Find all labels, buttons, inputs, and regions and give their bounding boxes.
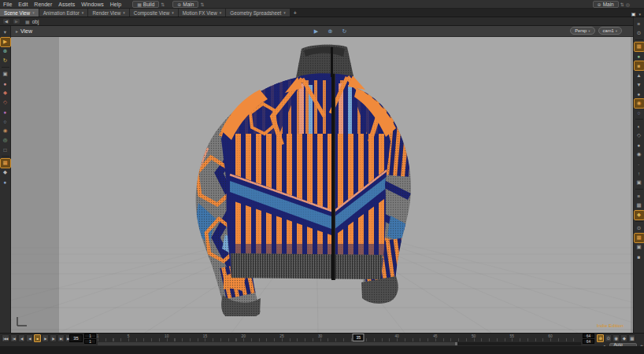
back-icon[interactable]: ◀	[2, 18, 10, 24]
menu-assets[interactable]: Assets	[55, 0, 78, 9]
global-start-field[interactable]: 1	[84, 334, 96, 338]
chevron-down-icon: ▾	[588, 29, 590, 33]
group-list-icon[interactable]: ≡	[635, 192, 644, 201]
prev-keyframe-button[interactable]: |◀	[10, 334, 17, 342]
snap-prim-icon[interactable]: ◇	[1, 98, 10, 107]
rotate-tool-icon[interactable]: ↻	[1, 57, 10, 65]
material-palette-icon[interactable]: ◆	[635, 211, 644, 219]
anim-options-icon[interactable]: ▦	[628, 334, 635, 342]
tick-label: 40	[394, 334, 398, 338]
performance-monitor-icon[interactable]: ◉	[613, 334, 620, 342]
persp-view-button[interactable]: Persp ▾	[570, 27, 594, 35]
select-geometry-icon[interactable]: ⊕	[326, 27, 335, 35]
radial-menu-icon[interactable]: ◎	[626, 2, 630, 7]
pane-collapse-icon[interactable]: ▾	[1, 28, 10, 37]
lasso-select-icon[interactable]: ○	[1, 117, 10, 126]
jump-parent-icon[interactable]: ▲	[635, 71, 644, 79]
render-flag-icon[interactable]: ○	[635, 109, 644, 117]
menu-file[interactable]: File	[0, 0, 15, 9]
smooth-shade-icon[interactable]: ●	[635, 141, 644, 149]
view-info-icon[interactable]: ⊙	[635, 224, 644, 233]
playback-range-bar[interactable]	[98, 342, 581, 345]
stop-button[interactable]: ■	[34, 334, 41, 342]
isolate-icon[interactable]: □	[1, 146, 10, 154]
jacket-3d-model[interactable]	[184, 41, 444, 316]
select-tool-icon[interactable]: ▶	[1, 38, 10, 46]
keyframe-options-icon[interactable]: ◆	[620, 334, 627, 342]
translate-tool-icon[interactable]: ⊕	[1, 47, 10, 56]
objects-shelf-icon[interactable]: ▦	[635, 42, 644, 51]
menu-render[interactable]: Render	[31, 0, 55, 9]
play-button[interactable]: ▶	[42, 334, 49, 342]
playback-options-icon[interactable]: ⊙	[605, 334, 612, 342]
lock-shelf-icon[interactable]: ■	[635, 61, 644, 70]
geometry-shelf-icon[interactable]: ●	[635, 52, 644, 61]
scene-viewport[interactable]: Indie Edition	[11, 37, 633, 333]
main-desktop-selector[interactable]: ⊕ Main	[593, 1, 619, 8]
tab-motion-fx-view[interactable]: Motion FX View▾	[179, 9, 227, 17]
desktop-selector-stepper-icon[interactable]: ⇅	[620, 2, 624, 7]
select-objects-icon[interactable]: ▶	[312, 27, 320, 35]
desktop-stepper-icon[interactable]: ⇅	[161, 2, 165, 7]
show-handles-icon[interactable]: ↻	[340, 27, 349, 35]
wireframe-toggle-icon[interactable]: ◇	[635, 131, 644, 140]
goto-start-button[interactable]: |◀◀	[2, 334, 9, 342]
pose-tool-icon[interactable]: ●	[1, 79, 10, 88]
snapshot-icon[interactable]: ▣	[635, 243, 644, 252]
menu-help[interactable]: Help	[107, 0, 124, 9]
network-path[interactable]: obj	[32, 19, 39, 24]
prev-frame-button[interactable]: ◀	[26, 334, 33, 342]
current-frame-field[interactable]: 35	[69, 334, 83, 342]
pane-menu-icon[interactable]: ≡	[635, 20, 644, 28]
camera-view-icon[interactable]: ▣	[635, 179, 644, 187]
tab-composite-view[interactable]: Composite View▾	[130, 9, 179, 17]
timeline-ruler[interactable]: 35 1510152025304045505560	[98, 334, 581, 341]
tab-animation-editor[interactable]: Animation Editor▾	[39, 9, 89, 17]
new-pane-tab-button[interactable]: +	[291, 9, 300, 17]
template-flag-icon[interactable]: ◆	[1, 168, 10, 177]
camera-select-button[interactable]: cam1 ▾	[598, 27, 622, 35]
snap-point-icon[interactable]: ●	[1, 108, 10, 116]
pane-maximize-icon[interactable]: ▣	[631, 11, 636, 17]
forward-icon[interactable]: ▶	[13, 18, 20, 24]
help-icon[interactable]: ⊙	[635, 29, 644, 38]
tab-geometry-spreadsheet[interactable]: Geometry Spreadsheet▾	[226, 9, 291, 17]
lighting-toggle-icon[interactable]: ◉	[635, 150, 644, 159]
snap-grid-icon[interactable]: ◆	[1, 89, 10, 98]
next-keyframe-button[interactable]: ▶|	[57, 334, 65, 342]
normals-display-icon[interactable]: ↑	[635, 169, 644, 178]
visibility-icon[interactable]: ◎	[1, 136, 10, 145]
tick-label: 50	[472, 334, 476, 338]
timeline-playhead[interactable]: 35	[353, 334, 365, 341]
shading-mode-icon[interactable]: ◐	[635, 122, 644, 131]
camera-lock-icon[interactable]: ■	[635, 253, 644, 261]
tab-scene-view[interactable]: Scene View▾	[0, 9, 39, 17]
menu-windows[interactable]: Windows	[78, 0, 106, 9]
spreadsheet-icon[interactable]: ▦	[635, 201, 644, 210]
desktop-build-button[interactable]: ▦ Build	[132, 1, 159, 8]
pin-pane-icon[interactable]: ●	[635, 90, 644, 98]
jump-child-icon[interactable]: ▼	[635, 80, 644, 89]
scale-tool-icon[interactable]: ▣	[1, 70, 10, 79]
display-options-icon[interactable]: ▦	[1, 159, 10, 168]
playback-end-field[interactable]: 64	[583, 339, 594, 344]
points-display-icon[interactable]: ∙	[635, 160, 644, 168]
menu-edit[interactable]: Edit	[15, 0, 31, 9]
grid-toggle-icon[interactable]: ▦	[635, 234, 644, 242]
main-stepper-icon[interactable]: ⇅	[200, 2, 204, 7]
view-pane-label: View	[20, 28, 32, 34]
playback-range-handle[interactable]	[455, 342, 457, 345]
global-end-field[interactable]: 64	[583, 334, 594, 338]
main-network-button[interactable]: ⊕ Main	[172, 1, 198, 8]
view-pane-tab[interactable]: ▸ View	[11, 28, 37, 34]
brush-select-icon[interactable]: ◉	[1, 127, 10, 135]
playback-start-field[interactable]: 1	[84, 339, 96, 344]
realtime-toggle-icon[interactable]: ⊕	[597, 334, 604, 342]
next-frame-button[interactable]: |▶	[50, 334, 57, 342]
shaded-mode-icon[interactable]: ●	[1, 178, 10, 186]
pane-menu-icon[interactable]: ▾	[638, 12, 641, 17]
play-reverse-button[interactable]: ◀|	[18, 334, 25, 342]
toolbar-divider	[2, 156, 9, 157]
display-flag-icon[interactable]: ◉	[635, 99, 644, 108]
tab-render-view[interactable]: Render View▾	[88, 9, 129, 17]
